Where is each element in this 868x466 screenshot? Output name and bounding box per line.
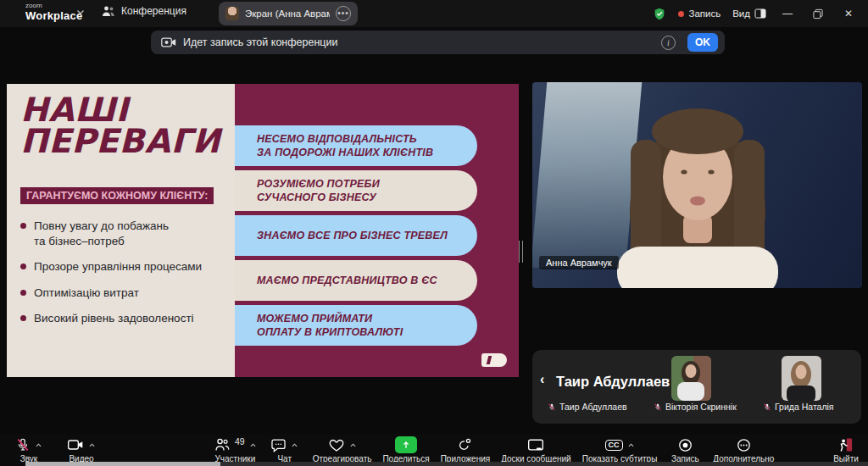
participant-name: Таир Абдуллаев xyxy=(559,402,627,412)
bullet-dot-icon xyxy=(20,315,26,321)
participant-label: Таир Абдуллаев xyxy=(548,402,627,412)
audio-button[interactable]: Звук xyxy=(12,436,46,463)
chat-icon xyxy=(270,437,287,453)
advantage-pill: МАЄМО ПРЕДСТАВНИЦТВО В ЄС xyxy=(235,260,477,301)
more-ellipsis-icon xyxy=(736,437,752,453)
slide-title: НАШІ ПЕРЕВАГИ xyxy=(20,94,221,157)
react-button[interactable]: Отреагировать xyxy=(313,436,372,463)
bullet-text: Повну увагу до побажань та бізнес–потреб xyxy=(34,219,169,248)
list-item: Оптимізацію витрат xyxy=(20,286,221,301)
participant-video-tile[interactable] xyxy=(671,356,711,401)
react-options-chevron-icon[interactable] xyxy=(349,442,357,448)
participant-video-tile[interactable] xyxy=(782,356,821,401)
leave-meeting-icon xyxy=(837,436,854,453)
filmstrip-prev-chevron-icon[interactable]: ‹ xyxy=(540,372,544,387)
recording-notification-bar: Идет запись этой конференции i OK xyxy=(151,31,725,54)
restore-button[interactable] xyxy=(809,8,827,19)
audio-options-chevron-icon[interactable] xyxy=(35,442,42,448)
zoom-window: zoom Workplace Конференция Экран (Анна А… xyxy=(0,0,868,466)
tab-options-icon[interactable]: ••• xyxy=(336,6,351,21)
apps-icon xyxy=(457,437,473,453)
more-button[interactable]: Дополнительно xyxy=(713,436,774,463)
share-button[interactable]: Поделиться xyxy=(382,436,429,463)
titlebar-right: Запись Вид — ✕ xyxy=(653,0,868,27)
slide-brand-logo xyxy=(481,353,507,367)
speaker-name-tag: Анна Аврамчук xyxy=(539,256,619,269)
share-screen-icon xyxy=(395,436,417,453)
tab-screen-share[interactable]: Экран (Анна Аврамчук) ••• xyxy=(219,2,358,25)
muted-mic-icon xyxy=(15,436,31,453)
bullet-text: Прозоре управління процесами xyxy=(34,259,202,275)
recording-indicator: Запись xyxy=(678,8,721,19)
tab-screen-label: Экран (Анна Аврамчук) xyxy=(245,8,330,19)
advantage-pill: НЕСЕМО ВІДПОВІДАЛЬНІСТЬ ЗА ПОДОРОЖІ НАШИ… xyxy=(235,125,477,166)
participants-filmstrip: ‹ Таир Абдуллаев Таир Абдуллаев xyxy=(532,350,861,424)
pill-text: РОЗУМІЄМО ПОТРЕБИ СУЧАСНОГО БІЗНЕСУ xyxy=(235,177,380,205)
slide-left-panel: НАШІ ПЕРЕВАГИ ГАРАНТУЄМО КОЖНОМУ КЛІЄНТУ… xyxy=(7,84,235,377)
list-item: Високий рівень задоволеності xyxy=(20,311,221,326)
participants-options-chevron-icon[interactable] xyxy=(249,442,257,448)
pill-text: ЗНАЄМО ВСЕ ПРО БІЗНЕС ТРЕВЕЛ xyxy=(235,229,448,243)
record-dot-icon xyxy=(678,11,684,17)
advantage-pill: РОЗУМІЄМО ПОТРЕБИ СУЧАСНОГО БІЗНЕСУ xyxy=(235,170,477,211)
advantage-pill: ЗНАЄМО ВСЕ ПРО БІЗНЕС ТРЕВЕЛ xyxy=(235,215,477,256)
recording-camera-icon xyxy=(161,36,176,48)
pill-text: НЕСЕМО ВІДПОВІДАЛЬНІСТЬ ЗА ПОДОРОЖІ НАШИ… xyxy=(235,132,433,160)
view-button[interactable]: Вид xyxy=(732,8,766,19)
muted-mic-icon xyxy=(548,402,556,412)
participant-label: Вікторія Скриннік xyxy=(654,402,737,412)
minimize-button[interactable]: — xyxy=(778,8,797,19)
ok-button[interactable]: OK xyxy=(687,33,718,52)
title-bar: zoom Workplace Конференция Экран (Анна А… xyxy=(0,0,868,27)
captions-icon: CC xyxy=(605,440,623,451)
slide-advantage-pills: НЕСЕМО ВІДПОВІДАЛЬНІСТЬ ЗА ПОДОРОЖІ НАШИ… xyxy=(235,84,519,346)
security-shield-icon[interactable] xyxy=(653,7,666,21)
pane-resize-handle[interactable] xyxy=(519,241,523,263)
close-button[interactable]: ✕ xyxy=(839,8,858,19)
heart-icon xyxy=(328,437,345,452)
taskbar-edge xyxy=(220,462,868,466)
brand-zoom: zoom xyxy=(25,3,82,9)
brand-workplace: Workplace xyxy=(25,10,82,21)
video-button[interactable]: Видео xyxy=(64,436,98,463)
tab-meeting-label: Конференция xyxy=(121,5,186,17)
participants-count: 49 xyxy=(235,436,245,447)
participant-name: Вікторія Скриннік xyxy=(665,402,737,412)
bullet-dot-icon xyxy=(20,223,26,229)
bullet-text: Оптимізацію витрат xyxy=(34,286,139,301)
slide-guarantee-label: ГАРАНТУЄМО КОЖНОМУ КЛІЄНТУ: xyxy=(20,187,214,204)
shared-screen-slide: НАШІ ПЕРЕВАГИ ГАРАНТУЄМО КОЖНОМУ КЛІЄНТУ… xyxy=(7,84,519,377)
captions-options-chevron-icon[interactable] xyxy=(627,442,635,448)
participant-name: Грида Наталія xyxy=(775,402,834,412)
participants-button[interactable]: 49 Участники xyxy=(214,436,257,463)
zoom-workplace-logo: zoom Workplace xyxy=(25,3,82,21)
muted-mic-icon xyxy=(654,402,662,412)
chat-options-chevron-icon[interactable] xyxy=(291,442,298,448)
participants-icon xyxy=(214,437,231,452)
featured-participant-name: Таир Абдуллаев xyxy=(556,374,670,390)
recording-label: Запись xyxy=(688,8,721,19)
record-icon xyxy=(677,437,693,453)
muted-mic-icon xyxy=(763,402,771,412)
pill-text: МОЖЕМО ПРИЙМАТИ ОПЛАТУ В КРИПТОВАЛЮТІ xyxy=(235,312,403,340)
slide-right-panel: НЕСЕМО ВІДПОВІДАЛЬНІСТЬ ЗА ПОДОРОЖІ НАШИ… xyxy=(235,84,519,377)
participant-label: Грида Наталія xyxy=(763,402,834,412)
taskbar-edge xyxy=(25,462,220,466)
tab-meeting[interactable]: Конференция xyxy=(102,5,186,17)
chat-button[interactable]: Чат xyxy=(268,436,302,463)
whiteboard-icon xyxy=(527,438,544,452)
record-button[interactable]: Запись xyxy=(668,436,702,463)
video-options-chevron-icon[interactable] xyxy=(88,442,96,448)
captions-button[interactable]: CC Показать субтитры xyxy=(582,436,658,463)
bullet-dot-icon xyxy=(20,290,26,296)
main-speaker-video[interactable]: Анна Аврамчук xyxy=(532,82,862,288)
list-item: Повну увагу до побажань та бізнес–потреб xyxy=(20,219,221,248)
apps-button[interactable]: Приложения xyxy=(441,436,491,463)
bullet-dot-icon xyxy=(20,264,26,269)
advantage-pill: МОЖЕМО ПРИЙМАТИ ОПЛАТУ В КРИПТОВАЛЮТІ xyxy=(235,305,477,346)
info-icon[interactable]: i xyxy=(661,36,676,50)
leave-button[interactable]: Выйти xyxy=(829,436,863,463)
whiteboards-button[interactable]: Доски сообщений xyxy=(501,436,571,463)
chevron-down-icon[interactable] xyxy=(76,9,85,15)
layout-icon xyxy=(754,8,766,19)
